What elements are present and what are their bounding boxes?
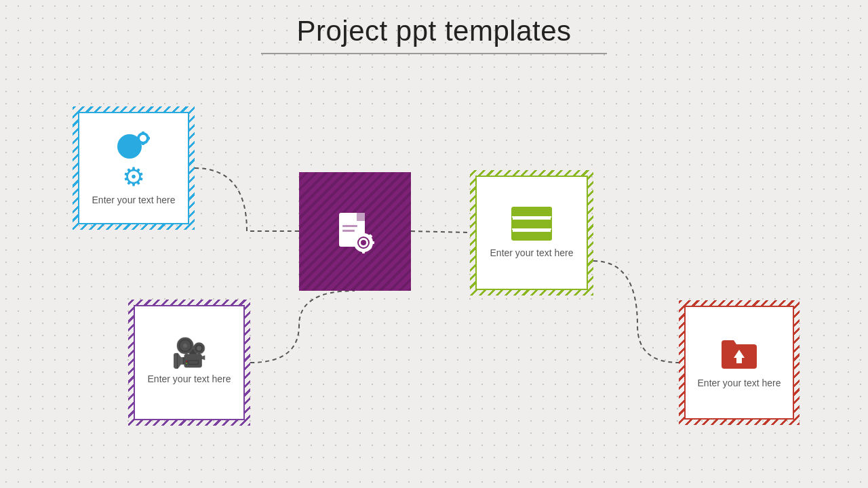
svg-rect-3 — [142, 131, 144, 134]
card-2-inner: 🎥 Enter your text here — [134, 305, 245, 420]
center-box[interactable] — [299, 172, 411, 291]
file-settings-icon — [331, 207, 380, 256]
card-2-text: Enter your text here — [148, 373, 231, 386]
svg-rect-16 — [353, 241, 356, 244]
title-section: Project ppt templates — [0, 0, 868, 54]
card-4-inner: Enter your text here — [684, 306, 794, 420]
title-divider — [261, 53, 607, 54]
svg-point-13 — [361, 240, 366, 245]
card-1-inner: ⚙ Enter your text here — [78, 112, 189, 224]
center-box-content — [299, 172, 411, 291]
svg-rect-17 — [371, 241, 374, 244]
svg-rect-6 — [147, 137, 150, 140]
table-chart-icon — [511, 206, 553, 241]
svg-rect-14 — [362, 232, 365, 235]
page-title: Project ppt templates — [0, 15, 868, 47]
card-1-text: Enter your text here — [92, 194, 176, 207]
svg-rect-5 — [136, 137, 139, 140]
svg-rect-15 — [362, 250, 365, 253]
settings-idea-icon — [112, 129, 155, 164]
analytics-icon — [719, 335, 760, 371]
svg-rect-10 — [342, 230, 355, 232]
card-3-text: Enter your text here — [490, 247, 574, 260]
card-3-inner: Enter your text here — [475, 176, 588, 290]
card-4-text: Enter your text here — [698, 377, 781, 390]
svg-rect-22 — [512, 207, 551, 217]
svg-rect-4 — [142, 142, 144, 145]
svg-rect-23 — [512, 220, 551, 229]
card-4-wrapper[interactable]: Enter your text here — [679, 300, 800, 425]
svg-point-2 — [140, 135, 146, 142]
svg-rect-9 — [342, 225, 357, 227]
card-3-wrapper[interactable]: Enter your text here — [470, 170, 593, 296]
svg-rect-8 — [357, 213, 365, 221]
card-1-wrapper[interactable]: ⚙ Enter your text here — [73, 106, 195, 230]
card-1-icon: ⚙ — [122, 164, 145, 190]
card-2-wrapper[interactable]: 🎥 Enter your text here — [128, 300, 250, 426]
video-camera-icon: 🎥 — [172, 339, 207, 367]
svg-rect-24 — [512, 232, 551, 240]
